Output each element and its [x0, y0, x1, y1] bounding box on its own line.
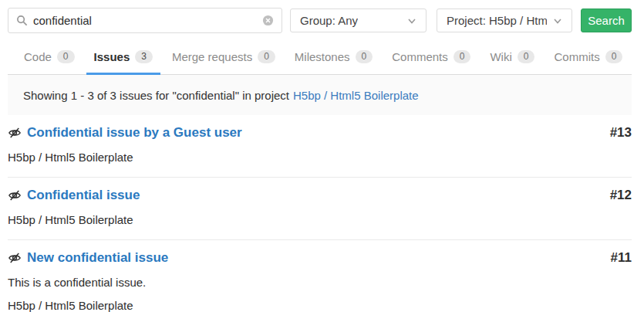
tab-wiki-label: Wiki [490, 50, 511, 63]
tab-merge-requests-label: Merge requests [172, 50, 252, 63]
tab-wiki[interactable]: Wiki 0 [482, 42, 542, 75]
search-button[interactable]: Search [581, 8, 632, 32]
issue-id: #13 [610, 125, 632, 141]
tab-comments-label: Comments [392, 50, 448, 63]
issue-title-link[interactable]: Confidential issue [27, 188, 140, 203]
issue-result-head: Confidential issue #12 [8, 188, 632, 203]
issue-project-name: H5bp / Html5 Boilerplate [8, 213, 632, 226]
issue-title-link[interactable]: New confidential issue [27, 250, 168, 266]
search-scope-tabs: Code 0 Issues 3 Merge requests 0 Milesto… [8, 42, 632, 75]
project-filter-dropdown[interactable]: Project: H5bp / Html5 ... [437, 8, 572, 32]
tab-wiki-count-badge: 0 [518, 50, 535, 63]
eye-slash-icon [8, 126, 22, 140]
search-filter-bar: Group: Any Project: H5bp / Html5 ... Sea… [8, 0, 632, 33]
tab-issues-count-badge: 3 [135, 50, 153, 63]
tab-commits-count-badge: 0 [605, 50, 623, 63]
tab-issues[interactable]: Issues 3 [86, 42, 160, 75]
tab-code[interactable]: Code 0 [16, 42, 83, 75]
issue-id: #12 [610, 188, 632, 203]
tab-commits[interactable]: Commits 0 [546, 42, 630, 75]
tab-code-label: Code [24, 50, 52, 63]
tab-milestones[interactable]: Milestones 0 [287, 42, 380, 75]
eye-slash-icon [8, 188, 22, 202]
issue-result-row: New confidential issue #11 This is a con… [8, 240, 632, 312]
issue-id: #11 [611, 250, 632, 266]
issue-result-head: New confidential issue #11 [8, 250, 632, 266]
search-field-wrapper [8, 8, 282, 33]
project-filter-label: Project: H5bp / Html5 ... [447, 14, 547, 27]
chevron-down-icon [407, 16, 416, 25]
issue-title-wrap: Confidential issue [8, 188, 140, 203]
group-filter-dropdown[interactable]: Group: Any [290, 8, 427, 32]
results-summary-banner: Showing 1 - 3 of 3 issues for "confident… [8, 75, 632, 115]
issue-result-row: Confidential issue #12 H5bp / Html5 Boil… [8, 178, 632, 240]
issue-title-link[interactable]: Confidential issue by a Guest user [27, 125, 242, 141]
issue-result-row: Confidential issue by a Guest user #13 H… [8, 115, 632, 178]
tab-commits-label: Commits [554, 50, 599, 63]
tab-comments[interactable]: Comments 0 [384, 42, 478, 75]
chevron-down-icon [553, 16, 562, 25]
eye-slash-icon [8, 251, 22, 265]
tab-milestones-count-badge: 0 [356, 50, 373, 63]
tab-issues-label: Issues [94, 50, 130, 63]
results-summary-text: Showing 1 - 3 of 3 issues for "confident… [23, 89, 289, 102]
issue-title-wrap: Confidential issue by a Guest user [8, 125, 242, 141]
search-input[interactable] [8, 8, 282, 33]
search-results-page: Group: Any Project: H5bp / Html5 ... Sea… [0, 0, 644, 312]
issue-title-wrap: New confidential issue [8, 250, 168, 266]
search-icon [16, 15, 28, 26]
results-list: Confidential issue by a Guest user #13 H… [8, 115, 632, 312]
group-filter-label: Group: Any [300, 14, 358, 27]
tab-merge-requests[interactable]: Merge requests 0 [164, 42, 283, 75]
clear-search-icon[interactable] [262, 15, 274, 26]
tab-code-count-badge: 0 [57, 50, 75, 63]
issue-project-name: H5bp / Html5 Boilerplate [8, 299, 632, 312]
issue-project-name: H5bp / Html5 Boilerplate [8, 151, 632, 164]
issue-description: This is a confidential issue. [8, 276, 632, 289]
issue-result-head: Confidential issue by a Guest user #13 [8, 125, 632, 141]
summary-project-link[interactable]: H5bp / Html5 Boilerplate [293, 89, 419, 102]
tab-comments-count-badge: 0 [453, 50, 471, 63]
tab-merge-requests-count-badge: 0 [258, 50, 275, 63]
tab-milestones-label: Milestones [295, 50, 350, 63]
